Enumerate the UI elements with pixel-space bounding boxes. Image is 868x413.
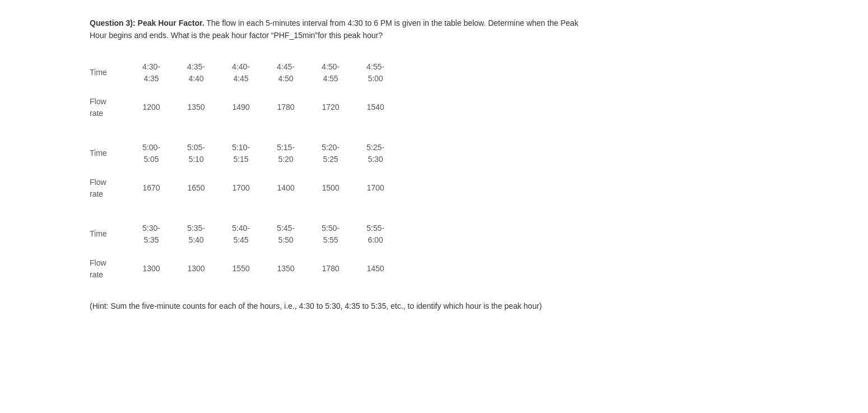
cell: 5:10- 5:15: [219, 136, 263, 171]
row-label: Time: [90, 55, 129, 90]
cell: 4:55- 5:00: [353, 55, 398, 90]
cell: 1720: [308, 90, 353, 125]
table-row: Time4:30- 4:354:35- 4:404:40- 4:454:45- …: [90, 55, 398, 90]
cell: 4:45- 4:50: [263, 55, 308, 90]
cell: 5:50- 5:55: [308, 217, 353, 252]
cell: 4:40- 4:45: [219, 55, 263, 90]
cell: 1780: [308, 252, 353, 286]
cell: 1490: [219, 90, 263, 125]
table-row: Flow rate120013501490178017201540: [90, 90, 398, 125]
cell: 5:15- 5:20: [263, 136, 308, 171]
cell: 5:30- 5:35: [129, 217, 174, 252]
cell: 1540: [353, 90, 398, 125]
cell: 5:45- 5:50: [263, 217, 308, 252]
row-label: Flow rate: [90, 171, 129, 206]
cell: 5:05- 5:10: [174, 136, 219, 171]
cell: 5:40- 5:45: [219, 217, 263, 252]
cell: 1350: [263, 252, 308, 286]
cell: 4:35- 4:40: [174, 55, 219, 90]
cell: 5:20- 5:25: [308, 136, 353, 171]
cell: 5:35- 5:40: [174, 217, 219, 252]
table-row: Flow rate167016501700140015001700: [90, 171, 398, 206]
question-label: Question 3): Peak Hour Factor.: [90, 18, 205, 27]
hint-text: (Hint: Sum the five-minute counts for ea…: [90, 300, 594, 312]
flow-data-table: Time4:30- 4:354:35- 4:404:40- 4:454:45- …: [90, 55, 398, 286]
row-label: Time: [90, 217, 129, 252]
cell: 1200: [129, 90, 174, 125]
row-label: Time: [90, 136, 129, 171]
cell: 1780: [263, 90, 308, 125]
cell: 5:25- 5:30: [353, 136, 398, 171]
cell: 5:00- 5:05: [129, 136, 174, 171]
cell: 1350: [174, 90, 219, 125]
cell: 1300: [174, 252, 219, 286]
cell: 1400: [263, 171, 308, 206]
spacer-row: [90, 125, 398, 136]
cell: 1700: [219, 171, 263, 206]
question-text: Question 3): Peak Hour Factor. The flow …: [90, 17, 594, 42]
row-label: Flow rate: [90, 90, 129, 125]
spacer-row: [90, 206, 398, 217]
row-label: Flow rate: [90, 252, 129, 286]
cell: 1670: [129, 171, 174, 206]
cell: 1650: [174, 171, 219, 206]
cell: 1450: [353, 252, 398, 286]
cell: 5:55- 6:00: [353, 217, 398, 252]
cell: 4:50- 4:55: [308, 55, 353, 90]
table-row: Time5:00- 5:055:05- 5:105:10- 5:155:15- …: [90, 136, 398, 171]
table-row: Flow rate130013001550135017801450: [90, 252, 398, 286]
table-row: Time5:30- 5:355:35- 5:405:40- 5:455:45- …: [90, 217, 398, 252]
cell: 1500: [308, 171, 353, 206]
cell: 1300: [129, 252, 174, 286]
cell: 1700: [353, 171, 398, 206]
cell: 1550: [219, 252, 263, 286]
cell: 4:30- 4:35: [129, 55, 174, 90]
